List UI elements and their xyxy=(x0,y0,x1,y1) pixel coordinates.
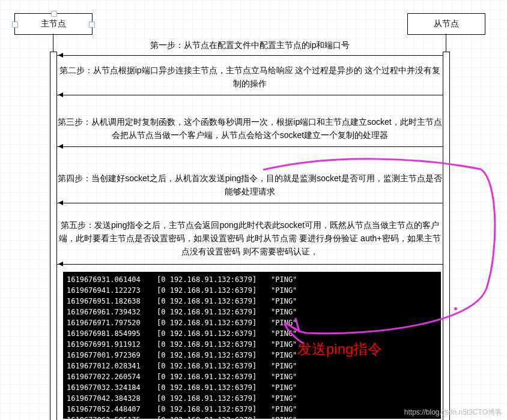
message-arrow xyxy=(56,95,443,95)
terminal-output: 1619676931.061404[0 192.168.91.132:6379]… xyxy=(63,272,441,419)
node-slave-label: 从节点 xyxy=(434,19,459,29)
terminal-row: 1619676961.739432[0 192.168.91.132:6379]… xyxy=(67,307,437,317)
step-1-label: 第一步：从节点在配置文件中配置主节点的ip和端口号 xyxy=(58,38,442,52)
node-slave[interactable]: 从节点 xyxy=(407,13,485,35)
terminal-annotation: 发送ping指令 xyxy=(297,340,382,359)
terminal-row: 1619677012.028341[0 192.168.91.132:6379]… xyxy=(67,361,437,371)
watermark: https://blog.csdn.n5t3CTO博客 xyxy=(404,407,502,418)
node-master[interactable]: 主节点 xyxy=(14,13,93,35)
resize-handle[interactable] xyxy=(12,22,18,28)
resize-handle[interactable] xyxy=(51,11,57,17)
step-3-label: 第三步：从机调用定时复制函数，这个函数每秒调用一次，根据ip端口和主节点建立so… xyxy=(58,115,442,142)
step-4-label: 第四步：当创建好socket之后，从机首次发送ping指令，目的就是监测sock… xyxy=(58,172,442,198)
terminal-row: 1619677062.505175[0 192.168.91.132:6379]… xyxy=(67,415,437,419)
step-5-label: 第五步：发送ping指令之后，主节点会返回pong此时代表此socket可用，既… xyxy=(58,218,442,258)
terminal-row: 1619676941.122273[0 192.168.91.132:6379]… xyxy=(67,285,437,296)
node-master-label: 主节点 xyxy=(41,19,66,29)
annotation-dot xyxy=(454,307,457,310)
terminal-row: 1619677032.324184[0 192.168.91.132:6379]… xyxy=(67,382,437,393)
activation-master xyxy=(50,52,57,420)
message-arrow xyxy=(56,55,443,56)
activation-slave xyxy=(443,52,450,420)
terminal-row: 1619676931.061404[0 192.168.91.132:6379]… xyxy=(67,274,437,285)
message-arrow xyxy=(56,264,443,265)
terminal-row: 1619677022.260574[0 192.168.91.132:6379]… xyxy=(67,371,437,382)
message-arrow xyxy=(56,146,443,147)
terminal-row: 1619677052.448407[0 192.168.91.132:6379]… xyxy=(67,404,437,415)
terminal-row: 1619676971.797520[0 192.168.91.132:6379]… xyxy=(67,317,437,328)
resize-handle[interactable] xyxy=(89,22,95,28)
terminal-row: 1619677042.384328[0 192.168.91.132:6379]… xyxy=(67,393,437,404)
terminal-row: 1619676951.182638[0 192.168.91.132:6379]… xyxy=(67,296,437,307)
step-2-label: 第二步：从节点根据ip端口异步连接主节点，主节点立马给响应 这个过程是异步的 这… xyxy=(58,64,442,90)
message-arrow xyxy=(56,203,443,203)
terminal-row: 1619676981.854995[0 192.168.91.132:6379]… xyxy=(67,328,437,339)
